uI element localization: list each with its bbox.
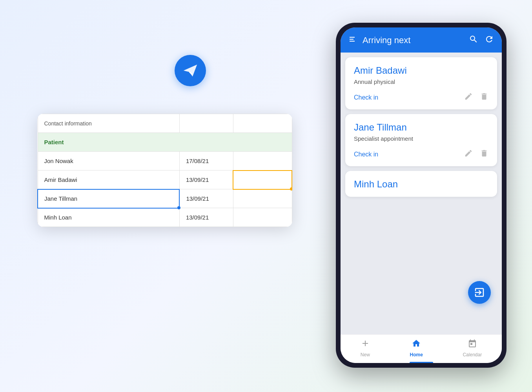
phone-screen: Arriving next	[341, 27, 502, 363]
patient-name-cell: Jon Nowak	[38, 152, 179, 171]
patient-section-label: Patient	[38, 133, 292, 152]
patient-date-cell: 13/09/21	[179, 208, 233, 227]
patient-appointment-amir: Annual physical	[354, 78, 488, 85]
patient-extra-cell	[233, 208, 292, 227]
patient-section-row: Patient	[38, 133, 292, 152]
scene: Contact information Patient Jon Nowak 17…	[0, 0, 532, 392]
table-row: Jane Tillman 13/09/21	[38, 189, 292, 208]
date-col-header	[179, 114, 233, 133]
phone-header: Arriving next	[341, 27, 502, 53]
spreadsheet-card: Contact information Patient Jon Nowak 17…	[37, 114, 292, 227]
spreadsheet-header-row: Contact information	[38, 114, 292, 133]
nav-item-new[interactable]: New	[361, 339, 370, 358]
calendar-icon	[468, 339, 477, 350]
add-icon	[361, 339, 370, 350]
patient-name-cell: Amir Badawi	[38, 171, 179, 189]
card-icon-group-amir	[464, 92, 488, 103]
patient-name-jane: Jane Tillman	[354, 122, 488, 133]
patient-card-amir: Amir Badawi Annual physical Check in	[345, 57, 497, 109]
phone-bottom-nav: New Home	[341, 334, 502, 363]
home-icon	[412, 339, 421, 350]
cell-handle-blue	[177, 206, 180, 209]
phone-mockup: Arriving next	[336, 23, 506, 368]
delete-icon-jane[interactable]	[480, 149, 488, 160]
patient-extra-cell	[233, 189, 292, 208]
patient-name-amir: Amir Badawi	[354, 65, 488, 76]
phone-content-wrapper: Amir Badawi Annual physical Check in	[341, 53, 502, 334]
delete-icon-amir[interactable]	[480, 92, 488, 103]
patient-date-cell: 13/09/21	[179, 189, 233, 208]
app-logo	[175, 55, 206, 86]
contact-info-header: Contact information	[38, 114, 179, 133]
patient-name-cell-selected[interactable]: Jane Tillman	[38, 189, 179, 208]
patient-date-cell: 13/09/21	[179, 171, 233, 189]
nav-active-bar	[410, 362, 433, 363]
edit-icon-jane[interactable]	[464, 149, 473, 160]
edit-icon-amir[interactable]	[464, 92, 473, 103]
header-icons	[469, 34, 494, 46]
search-icon[interactable]	[469, 34, 478, 46]
patient-extra-cell-active[interactable]	[233, 171, 292, 189]
nav-label-calendar: Calendar	[463, 352, 482, 358]
patient-extra-cell	[233, 152, 292, 171]
table-row: Jon Nowak 17/08/21	[38, 152, 292, 171]
nav-item-home[interactable]: Home	[410, 339, 423, 358]
menu-icon[interactable]	[348, 34, 358, 46]
checkin-button-amir[interactable]: Check in	[354, 94, 378, 101]
nav-label-new: New	[361, 352, 370, 358]
phone-title: Arriving next	[363, 35, 464, 45]
patient-date-cell: 17/08/21	[179, 152, 233, 171]
spreadsheet-table: Contact information Patient Jon Nowak 17…	[37, 114, 292, 227]
card-actions-amir: Check in	[354, 92, 488, 103]
card-icon-group-jane	[464, 149, 488, 160]
refresh-icon[interactable]	[485, 34, 494, 46]
extra-col-header	[233, 114, 292, 133]
patient-card-jane: Jane Tillman Specialist appointment Chec…	[345, 114, 497, 166]
patient-name-cell: Minh Loan	[38, 208, 179, 227]
phone-content: Amir Badawi Annual physical Check in	[341, 53, 502, 201]
checkin-button-jane[interactable]: Check in	[354, 151, 378, 158]
patient-appointment-jane: Specialist appointment	[354, 135, 488, 142]
patient-name-minh: Minh Loan	[354, 179, 488, 190]
nav-label-home: Home	[410, 352, 423, 358]
nav-item-calendar[interactable]: Calendar	[463, 339, 482, 358]
table-row: Amir Badawi 13/09/21	[38, 171, 292, 189]
fab-checkin-button[interactable]	[468, 281, 491, 304]
cell-handle-yellow	[290, 187, 292, 191]
patient-card-minh-partial: Minh Loan	[345, 171, 497, 197]
card-actions-jane: Check in	[354, 149, 488, 160]
table-row: Minh Loan 13/09/21	[38, 208, 292, 227]
